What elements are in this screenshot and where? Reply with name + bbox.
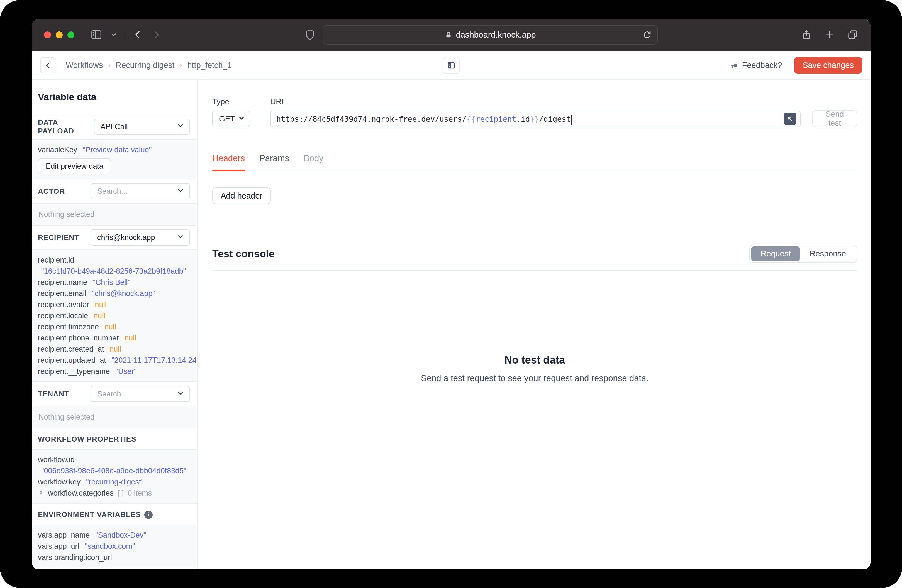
address-bar[interactable]: dashboard.knock.app [323, 25, 658, 45]
recipient-label: RECIPIENT [38, 233, 79, 242]
tab-body[interactable]: Body [304, 153, 323, 170]
add-header-button[interactable]: Add header [212, 188, 271, 204]
tenant-empty-state: Nothing selected [32, 406, 197, 428]
field-key-row: workflow.id [38, 454, 191, 465]
field-key: vars.branding.icon_url [38, 552, 112, 563]
tenant-label: TENANT [38, 390, 69, 399]
url-segment: .id [517, 115, 530, 124]
field-value: "sandbox.com" [85, 541, 135, 552]
empty-state-subtitle: Send a test request to see your request … [212, 373, 857, 383]
browser-window: dashboard.knock.app [32, 19, 871, 569]
edit-preview-data-button[interactable]: Edit preview data [38, 158, 111, 174]
environment-variables-fields: vars.app_name"Sandbox-Dev"vars.app_url"s… [32, 524, 197, 568]
url-zone: dashboard.knock.app [170, 25, 792, 45]
http-fetch-editor: Type GET URL https://84c5df439d74.ngrok-… [198, 80, 871, 569]
field-row: vars.app_name"Sandbox-Dev" [38, 530, 191, 541]
empty-state: No test data Send a test request to see … [212, 354, 857, 383]
privacy-shield-icon[interactable] [305, 29, 315, 41]
field-key-row: recipient.id [38, 255, 191, 266]
url-segment: }} [530, 115, 539, 124]
browser-nav [90, 28, 162, 41]
field-key: workflow.categories [48, 488, 114, 499]
info-icon[interactable]: i [144, 511, 153, 519]
field-key: recipient.timezone [38, 321, 99, 332]
field-row: recipient.localenull [38, 310, 191, 321]
actor-row: ACTOR Search... [32, 179, 197, 203]
recipient-fields: recipient.id"16c1fd70-b49a-48d2-8256-73a… [32, 249, 197, 382]
forward-icon[interactable] [151, 29, 162, 41]
field-value: "Sandbox-Dev" [95, 530, 146, 541]
expand-editor-icon[interactable] [784, 113, 796, 125]
test-console-header: Test console RequestResponse [212, 245, 857, 263]
request-tabs: HeadersParamsBody [212, 153, 857, 171]
url-segment: recipient [476, 115, 516, 124]
breadcrumb-item[interactable]: Recurring digest [116, 61, 174, 70]
chevron-down-icon [237, 114, 246, 124]
sidebar-title: Variable data [32, 80, 197, 114]
back-button[interactable] [40, 57, 56, 74]
workflow-categories-row[interactable]: workflow.categories[ ]0 items [38, 488, 191, 499]
field-value: "Preview data value" [83, 144, 152, 155]
field-key: recipient.created_at [38, 344, 104, 355]
field-count: 0 items [128, 488, 152, 499]
tab-params[interactable]: Params [259, 153, 289, 170]
panel-toggle-button[interactable] [443, 57, 460, 74]
save-changes-button[interactable]: Save changes [794, 57, 862, 74]
text-cursor [572, 115, 572, 125]
field-value: "16c1fd70-b49a-48d2-8256-73a2b9f18adb" [38, 266, 191, 277]
send-test-button[interactable]: Send test [812, 110, 857, 127]
share-icon[interactable] [801, 29, 812, 41]
chevron-down-icon[interactable] [110, 31, 117, 38]
chevron-right-icon [38, 488, 44, 499]
breadcrumb-separator-icon: › [179, 60, 182, 70]
field-key: recipient.avatar [38, 299, 89, 310]
field-row: vars.app_url"sandbox.com" [38, 541, 191, 552]
toggle-request[interactable]: Request [751, 246, 800, 261]
field-value: null [110, 344, 121, 355]
workflow-properties-label: WORKFLOW PROPERTIES [38, 435, 136, 444]
request-controls: Type GET URL https://84c5df439d74.ngrok-… [212, 97, 857, 127]
field-row: recipient.avatarnull [38, 299, 191, 310]
zoom-icon[interactable] [67, 31, 74, 38]
new-tab-icon[interactable] [824, 30, 835, 40]
field-key: workflow.key [38, 476, 80, 488]
data-payload-select[interactable]: API Call [94, 119, 190, 135]
field-value: null [95, 299, 107, 310]
test-console-divider [212, 270, 857, 271]
url-group: URL https://84c5df439d74.ngrok-free.dev/… [270, 97, 800, 127]
method-select[interactable]: GET [212, 111, 250, 127]
tenant-select[interactable]: Search... [91, 386, 190, 402]
feedback-link[interactable]: Feedback? [729, 61, 782, 70]
tab-overview-icon[interactable] [847, 29, 858, 41]
recipient-select[interactable]: chris@knock.app [91, 230, 190, 246]
minimize-icon[interactable] [56, 31, 63, 38]
back-icon[interactable] [132, 29, 144, 41]
field-row: recipient.email"chris@knock.app" [38, 288, 191, 299]
field-value: null [125, 332, 136, 344]
reload-icon[interactable] [642, 30, 652, 39]
toggle-response[interactable]: Response [800, 246, 855, 261]
actor-select[interactable]: Search... [91, 183, 190, 199]
tenant-placeholder: Search... [97, 390, 127, 399]
field-value: "User" [115, 366, 136, 377]
method-group: Type GET [212, 97, 250, 127]
field-key-row: vars.branding.icon_url [38, 552, 191, 563]
field-key: recipient.__typename [38, 366, 110, 377]
panel-toggle-icon [447, 61, 456, 70]
field-value: "2021-11-17T17:13:14.240Z" [112, 355, 198, 366]
preview-data-section: variableKey "Preview data value" Edit pr… [32, 139, 197, 179]
field-value: "chris@knock.app" [92, 288, 155, 299]
breadcrumb-separator-icon: › [108, 60, 111, 70]
tab-headers[interactable]: Headers [212, 153, 245, 170]
field-value: "006e938f-98e6-408e-a9de-dbb04d0f83d5" [38, 465, 191, 476]
chevron-down-icon [177, 186, 185, 196]
sidebar-toggle-icon[interactable] [90, 28, 103, 41]
breadcrumb-item[interactable]: Workflows [66, 61, 103, 70]
url-segment: /digest [539, 115, 571, 124]
actor-placeholder: Search... [97, 187, 127, 196]
close-icon[interactable] [44, 31, 51, 38]
url-input[interactable]: https://84c5df439d74.ngrok-free.dev/user… [270, 111, 800, 127]
field-row: recipient.__typename"User" [38, 366, 191, 377]
field-row: recipient.updated_at"2021-11-17T17:13:14… [38, 355, 191, 366]
chevron-down-icon [177, 122, 185, 132]
